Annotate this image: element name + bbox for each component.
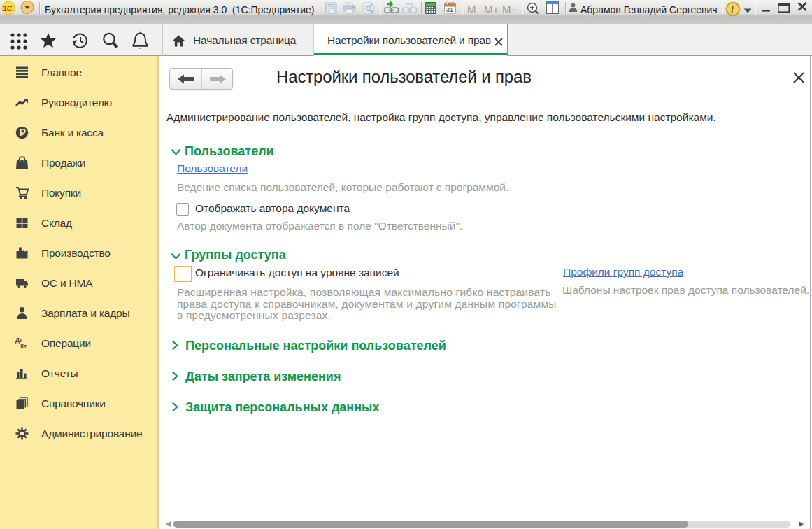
svg-text:31: 31 — [446, 6, 453, 13]
svg-text:Дт: Дт — [15, 337, 22, 344]
svg-text:1С: 1С — [3, 4, 13, 13]
svg-text:i: i — [731, 4, 734, 15]
svg-text:Кт: Кт — [20, 344, 27, 350]
